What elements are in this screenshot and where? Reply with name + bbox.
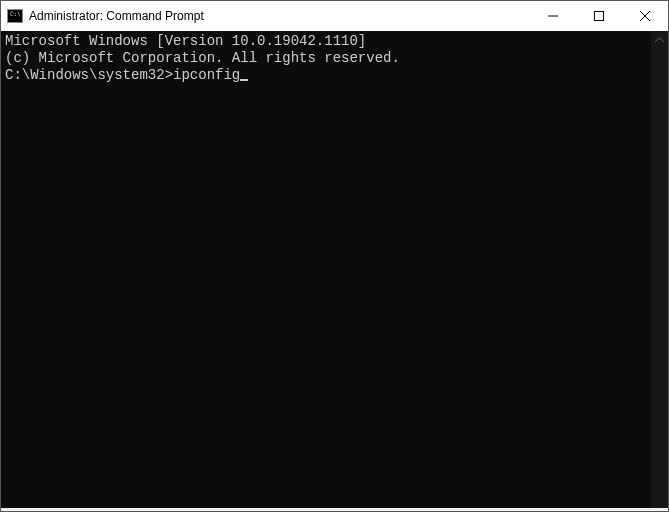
version-line: Microsoft Windows [Version 10.0.19042.11… <box>5 33 647 50</box>
minimize-button[interactable] <box>530 1 576 31</box>
command-prompt-window: C:\ Administrator: Command Prompt Micros… <box>0 0 669 512</box>
text-cursor <box>240 79 248 81</box>
bottom-border <box>1 508 668 511</box>
window-controls <box>530 1 668 31</box>
cmd-icon-label: C:\ <box>10 11 21 17</box>
prompt-path: C:\Windows\system32> <box>5 67 173 83</box>
close-button[interactable] <box>622 1 668 31</box>
maximize-button[interactable] <box>576 1 622 31</box>
titlebar[interactable]: C:\ Administrator: Command Prompt <box>1 1 668 31</box>
minimize-icon <box>548 11 558 21</box>
typed-command: ipconfig <box>173 67 240 83</box>
prompt-line: C:\Windows\system32>ipconfig <box>5 67 647 84</box>
copyright-line: (c) Microsoft Corporation. All rights re… <box>5 50 647 67</box>
scroll-track[interactable] <box>651 48 668 508</box>
svg-rect-1 <box>595 12 604 21</box>
window-title: Administrator: Command Prompt <box>29 9 204 23</box>
scroll-up-button[interactable] <box>651 31 668 48</box>
maximize-icon <box>594 11 604 21</box>
terminal-output[interactable]: Microsoft Windows [Version 10.0.19042.11… <box>1 31 651 508</box>
chevron-up-icon <box>655 37 664 43</box>
vertical-scrollbar[interactable] <box>651 31 668 508</box>
cmd-icon[interactable]: C:\ <box>7 9 23 23</box>
title-left: C:\ Administrator: Command Prompt <box>1 9 530 23</box>
content-area: Microsoft Windows [Version 10.0.19042.11… <box>1 31 668 508</box>
close-icon <box>640 11 650 21</box>
